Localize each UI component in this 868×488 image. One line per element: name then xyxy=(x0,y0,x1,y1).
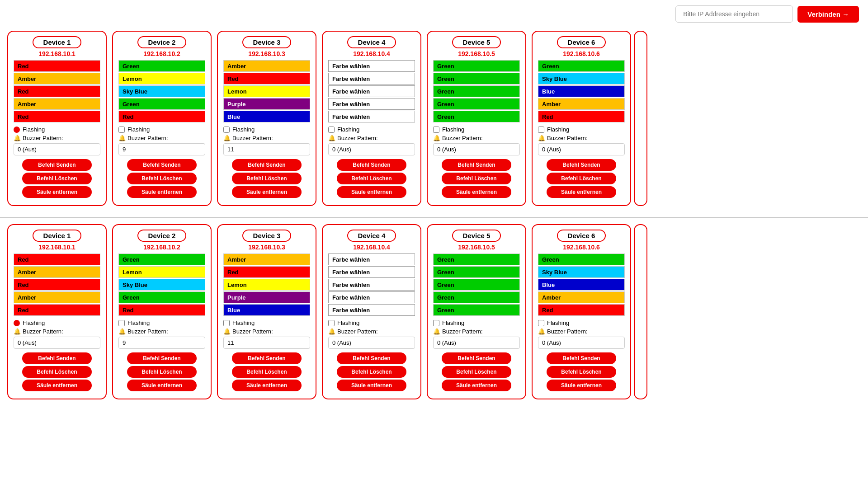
flashing-label: Flashing xyxy=(23,126,45,133)
action-btn-1[interactable]: Befehl Löschen xyxy=(547,173,616,184)
color-cell-0: Red xyxy=(14,60,100,72)
devices-row-0: Device 1192.168.10.1RedAmberRedAmberRedF… xyxy=(0,28,868,213)
buzzer-icon: 🔔 xyxy=(538,328,545,335)
buzzer-icon: 🔔 xyxy=(223,135,231,141)
action-btn-2[interactable]: Säule entfernen xyxy=(127,186,197,198)
color-cell-1[interactable]: Farbe wählen xyxy=(328,266,415,278)
action-btn-2[interactable]: Säule entfernen xyxy=(337,186,406,198)
action-btn-0[interactable]: Befehl Senden xyxy=(442,159,511,171)
buzzer-label-row: 🔔 Buzzer Pattern: xyxy=(14,328,100,335)
action-btn-2[interactable]: Säule entfernen xyxy=(442,186,511,198)
device-title: Device 4 xyxy=(347,36,396,48)
action-btn-2[interactable]: Säule entfernen xyxy=(337,380,406,391)
ip-input[interactable] xyxy=(675,5,793,23)
action-btn-0[interactable]: Befehl Senden xyxy=(337,352,406,364)
action-btn-1[interactable]: Befehl Löschen xyxy=(22,173,92,184)
buzzer-input[interactable] xyxy=(223,337,310,349)
action-btn-2[interactable]: Säule entfernen xyxy=(232,186,302,198)
action-btn-0[interactable]: Befehl Senden xyxy=(22,159,92,171)
action-btn-0[interactable]: Befehl Senden xyxy=(337,159,406,171)
action-btn-1[interactable]: Befehl Löschen xyxy=(22,366,92,378)
action-btn-0[interactable]: Befehl Senden xyxy=(232,352,302,364)
color-cell-2: Red xyxy=(14,279,100,291)
buzzer-label-row: 🔔 Buzzer Pattern: xyxy=(14,135,100,141)
color-cell-2: Red xyxy=(14,85,100,97)
flashing-checkbox[interactable] xyxy=(538,127,544,133)
action-btn-2[interactable]: Säule entfernen xyxy=(232,380,302,391)
color-cell-2: Sky Blue xyxy=(118,279,205,291)
action-btn-1[interactable]: Befehl Löschen xyxy=(337,366,406,378)
flashing-checkbox[interactable] xyxy=(223,127,230,133)
top-bar: Verbinden → xyxy=(0,0,868,28)
color-cell-2: Green xyxy=(433,279,520,291)
action-btn-2[interactable]: Säule entfernen xyxy=(22,380,92,391)
connect-button[interactable]: Verbinden → xyxy=(797,6,859,23)
color-cell-4[interactable]: Farbe wählen xyxy=(328,111,415,122)
buzzer-input[interactable] xyxy=(433,143,520,155)
action-btn-0[interactable]: Befehl Senden xyxy=(547,159,616,171)
color-cell-0[interactable]: Farbe wählen xyxy=(328,253,415,265)
color-cell-3: Amber xyxy=(14,291,100,303)
action-btn-0[interactable]: Befehl Senden xyxy=(127,352,197,364)
device-card: Device 3192.168.10.3AmberRedLemonPurpleB… xyxy=(217,31,316,206)
action-btn-1[interactable]: Befehl Löschen xyxy=(232,173,302,184)
device-ip: 192.168.10.5 xyxy=(458,244,495,251)
buzzer-input[interactable] xyxy=(118,143,205,155)
action-btn-1[interactable]: Befehl Löschen xyxy=(442,366,511,378)
action-btn-2[interactable]: Säule entfernen xyxy=(547,380,616,391)
action-btn-2[interactable]: Säule entfernen xyxy=(442,380,511,391)
color-cell-0[interactable]: Farbe wählen xyxy=(328,60,415,72)
action-btn-1[interactable]: Befehl Löschen xyxy=(337,173,406,184)
device-title: Device 5 xyxy=(452,36,501,48)
buzzer-input[interactable] xyxy=(538,143,625,155)
color-cell-2[interactable]: Farbe wählen xyxy=(328,279,415,291)
flashing-checkbox[interactable] xyxy=(118,320,125,326)
action-btn-1[interactable]: Befehl Löschen xyxy=(442,173,511,184)
device-title: Device 1 xyxy=(33,36,82,48)
flashing-checkbox[interactable] xyxy=(328,320,335,326)
action-btn-1[interactable]: Befehl Löschen xyxy=(127,173,197,184)
buzzer-input[interactable] xyxy=(14,143,100,155)
color-cell-1[interactable]: Farbe wählen xyxy=(328,73,415,84)
flashing-label: Flashing xyxy=(232,126,255,133)
color-cell-3: Amber xyxy=(538,98,625,110)
flashing-checkbox[interactable] xyxy=(328,127,335,133)
color-cell-2[interactable]: Farbe wählen xyxy=(328,85,415,97)
device-title: Device 3 xyxy=(242,230,292,242)
action-btn-0[interactable]: Befehl Senden xyxy=(127,159,197,171)
color-cell-1: Green xyxy=(433,266,520,278)
buzzer-input[interactable] xyxy=(328,143,415,155)
color-cell-1: Red xyxy=(223,73,310,84)
flashing-row: Flashing xyxy=(118,319,205,326)
action-btn-2[interactable]: Säule entfernen xyxy=(127,380,197,391)
device-title: Device 1 xyxy=(33,230,82,242)
action-btn-0[interactable]: Befehl Senden xyxy=(547,352,616,364)
action-btn-0[interactable]: Befehl Senden xyxy=(22,352,92,364)
action-btn-1[interactable]: Befehl Löschen xyxy=(127,366,197,378)
buzzer-label-row: 🔔 Buzzer Pattern: xyxy=(433,135,520,141)
action-btn-0[interactable]: Befehl Senden xyxy=(442,352,511,364)
flashing-checkbox[interactable] xyxy=(118,127,125,133)
color-cell-3[interactable]: Farbe wählen xyxy=(328,98,415,110)
action-btn-0[interactable]: Befehl Senden xyxy=(232,159,302,171)
buzzer-input[interactable] xyxy=(118,337,205,349)
buzzer-input[interactable] xyxy=(14,337,100,349)
buzzer-label: Buzzer Pattern: xyxy=(547,328,588,335)
action-btn-1[interactable]: Befehl Löschen xyxy=(547,366,616,378)
device-ip: 192.168.10.1 xyxy=(38,50,75,57)
buzzer-input[interactable] xyxy=(328,337,415,349)
color-cell-3[interactable]: Farbe wählen xyxy=(328,291,415,303)
flashing-checkbox[interactable] xyxy=(433,320,439,326)
action-btn-2[interactable]: Säule entfernen xyxy=(22,186,92,198)
color-cell-0: Amber xyxy=(223,253,310,265)
flashing-checkbox[interactable] xyxy=(433,127,439,133)
flashing-checkbox[interactable] xyxy=(223,320,230,326)
buzzer-input[interactable] xyxy=(538,337,625,349)
buzzer-icon: 🔔 xyxy=(538,135,545,141)
action-btn-2[interactable]: Säule entfernen xyxy=(547,186,616,198)
buzzer-input[interactable] xyxy=(433,337,520,349)
buzzer-input[interactable] xyxy=(223,143,310,155)
action-btn-1[interactable]: Befehl Löschen xyxy=(232,366,302,378)
flashing-checkbox[interactable] xyxy=(538,320,544,326)
color-cell-4[interactable]: Farbe wählen xyxy=(328,304,415,316)
